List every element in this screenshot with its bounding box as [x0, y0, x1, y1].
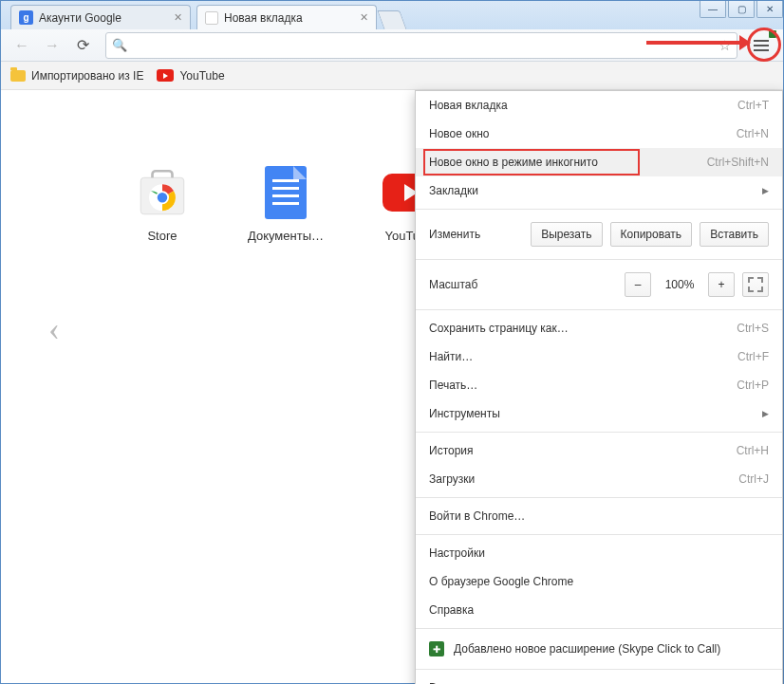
app-store[interactable]: Store	[124, 166, 200, 243]
menu-shortcut: Ctrl+H	[737, 444, 769, 457]
menu-label: Войти в Chrome…	[429, 509, 769, 523]
bookmarks-bar: Импортировано из IE YouTube	[1, 62, 783, 90]
main-menu-button[interactable]	[747, 31, 775, 60]
bookmark-youtube[interactable]: YouTube	[157, 69, 224, 83]
fullscreen-button[interactable]	[742, 272, 769, 297]
menu-separator	[416, 534, 782, 535]
cut-button[interactable]: Вырезать	[531, 222, 602, 247]
menu-zoom-row: Масштаб – 100% +	[416, 264, 782, 305]
menu-incognito[interactable]: Новое окно в режиме инкогнито Ctrl+Shift…	[416, 148, 782, 176]
menu-print[interactable]: Печать… Ctrl+P	[416, 371, 782, 399]
copy-button[interactable]: Копировать	[610, 222, 693, 247]
bookmark-label: Импортировано из IE	[31, 69, 143, 83]
main-menu-dropdown: Новая вкладка Ctrl+T Новое окно Ctrl+N Н…	[415, 90, 783, 684]
tab-new-tab[interactable]: Новая вкладка ✕	[196, 5, 377, 29]
menu-edit-row: Изменить Вырезать Копировать Вставить	[416, 213, 782, 255]
menu-new-window[interactable]: Новое окно Ctrl+N	[416, 120, 782, 148]
menu-label: Печать…	[429, 379, 727, 392]
chevron-right-icon: ▶	[762, 186, 769, 195]
app-label: Документы…	[248, 229, 324, 243]
menu-about[interactable]: О браузере Google Chrome	[416, 567, 782, 596]
tab-title: Новая вкладка	[224, 11, 360, 25]
menu-settings[interactable]: Настройки	[416, 539, 782, 567]
menu-label: Сохранить страницу как…	[429, 322, 727, 335]
menu-tools[interactable]: Инструменты ▶	[416, 399, 782, 428]
menu-help[interactable]: Справка	[416, 596, 782, 624]
close-icon[interactable]: ✕	[360, 11, 368, 24]
menu-label: Справка	[429, 603, 769, 617]
menu-downloads[interactable]: Загрузки Ctrl+J	[416, 465, 782, 493]
address-input[interactable]	[131, 35, 719, 56]
folder-icon	[10, 70, 26, 82]
youtube-icon	[157, 69, 174, 82]
menu-separator	[416, 259, 782, 260]
menu-history[interactable]: История Ctrl+H	[416, 436, 782, 465]
new-tab-button[interactable]	[377, 10, 406, 29]
search-icon: 🔍	[112, 38, 127, 52]
google-favicon: g	[19, 10, 33, 25]
menu-shortcut: Ctrl+S	[737, 322, 769, 335]
fullscreen-icon	[748, 277, 763, 292]
menu-label: Добавлено новое расширение (Skype Click …	[454, 642, 720, 656]
menu-separator	[416, 628, 782, 629]
reload-button[interactable]: ⟳	[69, 32, 96, 59]
menu-shortcut: Ctrl+N	[737, 127, 769, 140]
back-button[interactable]: ←	[9, 32, 35, 59]
menu-find[interactable]: Найти… Ctrl+F	[416, 342, 782, 371]
tab-title: Акаунти Google	[39, 11, 174, 25]
menu-label: Новая вкладка	[429, 99, 728, 112]
extension-badge-icon	[768, 29, 777, 39]
apps-grid: Store Документы… YouTube	[124, 166, 447, 243]
menu-separator	[416, 432, 782, 433]
menu-separator	[416, 209, 782, 210]
menu-label: Найти…	[429, 350, 728, 363]
hamburger-icon	[754, 45, 769, 46]
menu-shortcut: Ctrl+P	[737, 379, 769, 392]
menu-label: Новое окно	[429, 127, 727, 140]
menu-shortcut: Ctrl+J	[738, 472, 769, 486]
maximize-button[interactable]: ▢	[728, 1, 755, 18]
close-icon[interactable]: ✕	[174, 11, 182, 24]
extension-icon: ✚	[429, 641, 444, 656]
menu-label: Масштаб	[429, 278, 617, 291]
zoom-value: 100%	[659, 278, 700, 291]
menu-separator	[416, 309, 782, 310]
zoom-in-button[interactable]: +	[708, 272, 735, 297]
menu-label: Настройки	[429, 546, 769, 560]
pager-left[interactable]: ‹	[48, 308, 60, 348]
docs-icon	[259, 166, 312, 219]
menu-save-as[interactable]: Сохранить страницу как… Ctrl+S	[416, 314, 782, 342]
chrome-store-icon	[136, 166, 189, 219]
svg-point-3	[157, 192, 168, 203]
tab-strip: g Акаунти Google ✕ Новая вкладка ✕	[10, 1, 403, 29]
browser-window: g Акаунти Google ✕ Новая вкладка ✕ — ▢ ✕…	[0, 0, 784, 684]
menu-extension-added[interactable]: ✚ Добавлено новое расширение (Skype Clic…	[416, 633, 782, 665]
tab-google-accounts[interactable]: g Акаунти Google ✕	[10, 5, 191, 29]
menu-signin[interactable]: Войти в Chrome…	[416, 502, 782, 530]
forward-button[interactable]: →	[39, 32, 65, 59]
zoom-out-button[interactable]: –	[625, 272, 651, 297]
content-area: Store Документы… YouTube ‹ Новая вкладка…	[1, 90, 783, 683]
app-docs[interactable]: Документы…	[248, 166, 324, 243]
bookmark-ie-import[interactable]: Импортировано из IE	[10, 69, 143, 83]
menu-new-tab[interactable]: Новая вкладка Ctrl+T	[416, 91, 782, 120]
app-label: Store	[147, 229, 177, 243]
minimize-button[interactable]: —	[700, 1, 726, 18]
menu-shortcut: Ctrl+Shift+N	[707, 156, 769, 169]
menu-shortcut: Ctrl+T	[737, 99, 769, 112]
star-icon[interactable]: ☆	[719, 37, 731, 54]
menu-bookmarks[interactable]: Закладки ▶	[416, 176, 782, 205]
close-button[interactable]: ✕	[756, 1, 783, 18]
menu-label: Инструменты	[429, 407, 756, 420]
annotation-arrow	[646, 41, 741, 45]
chevron-right-icon: ▶	[762, 409, 769, 418]
omnibox[interactable]: 🔍 ☆	[105, 32, 737, 59]
menu-separator	[416, 669, 782, 670]
titlebar: g Акаунти Google ✕ Новая вкладка ✕ — ▢ ✕	[1, 1, 783, 29]
paste-button[interactable]: Вставить	[700, 222, 769, 247]
menu-label: О браузере Google Chrome	[429, 575, 769, 588]
window-controls: — ▢ ✕	[698, 1, 783, 18]
menu-label: Новое окно в режиме инкогнито	[429, 156, 698, 169]
menu-exit[interactable]: Выход	[416, 674, 782, 684]
blank-favicon	[205, 11, 218, 25]
